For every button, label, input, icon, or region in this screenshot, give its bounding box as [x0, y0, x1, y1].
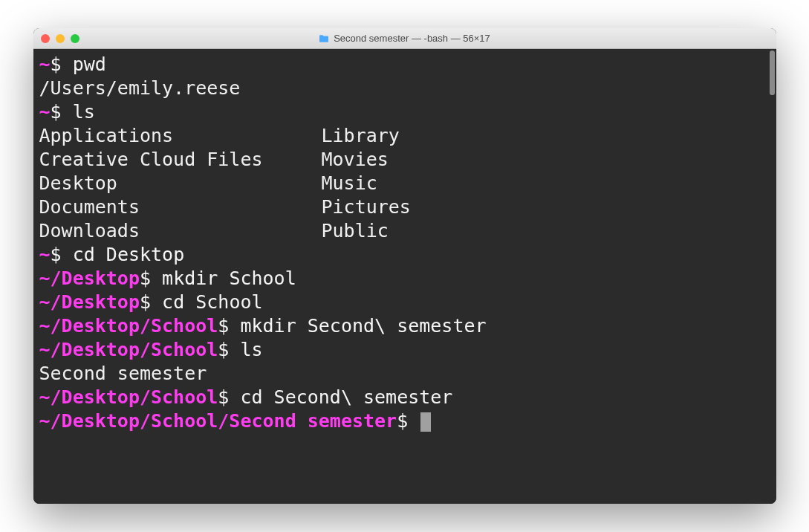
- ls-entry: Library: [322, 124, 411, 148]
- command-text: cd School: [162, 291, 262, 313]
- terminal-line: ~/Desktop/School$ ls: [39, 338, 770, 362]
- prompt-symbol: $: [51, 101, 73, 123]
- terminal-line: ~/Desktop/School$ cd Second\ semester: [39, 386, 770, 409]
- ls-entry: Movies: [322, 148, 411, 172]
- ls-entry: Applications: [39, 124, 322, 148]
- prompt-symbol: $: [140, 291, 162, 313]
- prompt-path: ~/Desktop/School: [39, 315, 218, 337]
- terminal-line: ~$ ls: [39, 100, 770, 124]
- ls-entry: Music: [322, 172, 411, 195]
- ls-output: ApplicationsCreative Cloud FilesDesktopD…: [39, 124, 770, 243]
- ls-entry: Creative Cloud Files: [39, 148, 322, 172]
- command-text: mkdir Second\ semester: [240, 315, 486, 337]
- ls-entry: Public: [322, 219, 411, 243]
- command-text: cd Desktop: [73, 244, 185, 265]
- ls-entry: Downloads: [39, 219, 322, 243]
- titlebar[interactable]: Second semester — -bash — 56×17: [33, 28, 776, 49]
- output-line: /Users/emily.reese: [39, 77, 770, 100]
- close-button[interactable]: [41, 34, 50, 43]
- terminal-line: ~$ cd Desktop: [39, 243, 770, 267]
- terminal-content[interactable]: ~$ pwd/Users/emily.reese~$ lsApplication…: [33, 49, 776, 504]
- scrollbar-thumb[interactable]: [770, 51, 775, 95]
- ls-column: ApplicationsCreative Cloud FilesDesktopD…: [39, 124, 322, 243]
- prompt-path: ~: [39, 53, 51, 75]
- prompt-path: ~/Desktop/School/Second semester: [39, 410, 397, 432]
- output-line: Second semester: [39, 362, 770, 386]
- ls-entry: Documents: [39, 195, 322, 219]
- terminal-window: Second semester — -bash — 56×17 ~$ pwd/U…: [33, 28, 776, 504]
- prompt-path: ~: [39, 101, 51, 123]
- terminal-line: ~/Desktop/School$ mkdir Second\ semester: [39, 314, 770, 338]
- scrollbar[interactable]: [764, 51, 775, 501]
- terminal-line: ~$ pwd: [39, 53, 770, 77]
- command-text: pwd: [73, 53, 106, 75]
- prompt-symbol: $: [218, 339, 240, 360]
- prompt-path: ~/Desktop/School: [39, 339, 218, 360]
- command-text: ls: [240, 339, 262, 360]
- prompt-symbol: $: [218, 315, 240, 337]
- minimize-button[interactable]: [56, 34, 65, 43]
- prompt-symbol: $: [397, 410, 419, 432]
- prompt-symbol: $: [218, 386, 240, 408]
- prompt-path: ~/Desktop: [39, 267, 140, 289]
- terminal-line: ~/Desktop$ cd School: [39, 291, 770, 314]
- command-text: ls: [73, 101, 95, 123]
- window-title-text: Second semester — -bash — 56×17: [334, 33, 490, 44]
- window-title: Second semester — -bash — 56×17: [41, 33, 769, 44]
- prompt-path: ~/Desktop/School: [39, 386, 218, 408]
- cursor: [420, 412, 431, 432]
- terminal-line: ~/Desktop/School/Second semester$: [39, 409, 770, 433]
- maximize-button[interactable]: [71, 34, 79, 43]
- command-text: mkdir School: [162, 267, 296, 289]
- terminal-line: ~/Desktop$ mkdir School: [39, 267, 770, 291]
- command-text: cd Second\ semester: [240, 386, 452, 408]
- ls-entry: Desktop: [39, 172, 322, 195]
- prompt-symbol: $: [51, 244, 73, 265]
- prompt-symbol: $: [140, 267, 162, 289]
- traffic-lights: [41, 34, 79, 43]
- prompt-symbol: $: [51, 53, 73, 75]
- ls-column: LibraryMoviesMusicPicturesPublic: [322, 124, 411, 243]
- prompt-path: ~/Desktop: [39, 291, 140, 313]
- prompt-path: ~: [39, 244, 51, 265]
- folder-icon: [319, 34, 329, 43]
- ls-entry: Pictures: [322, 195, 411, 219]
